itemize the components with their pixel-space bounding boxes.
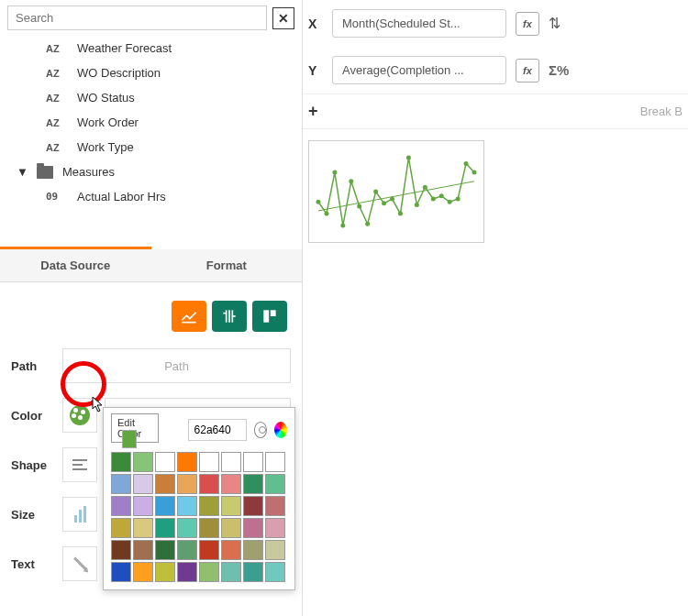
color-swatch[interactable] bbox=[243, 452, 263, 472]
tab-format[interactable]: Format bbox=[151, 249, 303, 281]
color-swatch[interactable] bbox=[265, 452, 285, 472]
bars-icon bbox=[74, 506, 86, 522]
color-swatch[interactable] bbox=[243, 474, 263, 494]
size-picker-button[interactable] bbox=[62, 497, 97, 532]
color-swatch[interactable] bbox=[199, 452, 219, 472]
svg-rect-4 bbox=[271, 310, 276, 316]
color-swatch[interactable] bbox=[133, 562, 153, 582]
color-swatch[interactable] bbox=[243, 518, 263, 538]
color-swatch[interactable] bbox=[155, 518, 175, 538]
color-swatch[interactable] bbox=[177, 540, 197, 560]
color-swatch[interactable] bbox=[155, 562, 175, 582]
color-swatch[interactable] bbox=[221, 562, 241, 582]
y-fx-button[interactable]: fx bbox=[516, 59, 539, 82]
field-tree[interactable]: AZWeather Forecast AZWO Description AZWO… bbox=[0, 36, 302, 247]
x-axis-pill[interactable]: Month(Scheduled St... bbox=[332, 9, 506, 38]
layout-button-1[interactable] bbox=[212, 301, 247, 332]
svg-point-9 bbox=[349, 179, 353, 183]
palette-icon bbox=[70, 405, 90, 425]
tree-item-label: Work Order bbox=[77, 116, 139, 129]
color-swatch[interactable] bbox=[199, 562, 219, 582]
color-swatch[interactable] bbox=[177, 474, 197, 494]
color-swatch[interactable] bbox=[199, 518, 219, 538]
tree-item[interactable]: AZWork Type bbox=[7, 135, 302, 160]
svg-point-22 bbox=[456, 197, 461, 202]
text-picker-button[interactable] bbox=[62, 546, 97, 581]
color-swatch[interactable] bbox=[111, 518, 131, 538]
tab-data-source[interactable]: Data Source bbox=[0, 249, 151, 281]
color-swatch[interactable] bbox=[265, 474, 285, 494]
color-swatch[interactable] bbox=[133, 540, 153, 560]
color-swatch[interactable] bbox=[221, 518, 241, 538]
line-chart-icon bbox=[180, 307, 198, 325]
split-icon bbox=[261, 307, 279, 325]
color-swatch[interactable] bbox=[265, 496, 285, 516]
svg-rect-3 bbox=[263, 310, 269, 322]
color-swatch[interactable] bbox=[111, 540, 131, 560]
color-swatch[interactable] bbox=[221, 540, 241, 560]
color-swatch[interactable] bbox=[265, 562, 285, 582]
color-swatch[interactable] bbox=[111, 496, 131, 516]
color-swatch[interactable] bbox=[199, 474, 219, 494]
hex-input[interactable] bbox=[188, 419, 247, 441]
size-label: Size bbox=[11, 508, 55, 522]
layout-button-2[interactable] bbox=[252, 301, 287, 332]
tree-item[interactable]: AZWork Order bbox=[7, 110, 302, 135]
color-swatch[interactable] bbox=[111, 562, 131, 582]
break-by-placeholder[interactable]: Break B bbox=[332, 104, 682, 118]
color-swatch[interactable] bbox=[155, 474, 175, 494]
current-color-swatch[interactable] bbox=[122, 430, 137, 448]
color-swatch[interactable] bbox=[243, 540, 263, 560]
svg-point-13 bbox=[382, 201, 386, 205]
color-swatch[interactable] bbox=[133, 452, 153, 472]
tree-item[interactable]: AZWeather Forecast bbox=[7, 36, 302, 60]
tree-item[interactable]: AZWO Description bbox=[7, 60, 302, 85]
color-swatch[interactable] bbox=[177, 518, 197, 538]
color-swatch[interactable] bbox=[177, 452, 197, 472]
path-drop-zone[interactable]: Path bbox=[62, 348, 291, 383]
tree-folder-measures[interactable]: ▼ Measures bbox=[7, 160, 302, 184]
search-input[interactable] bbox=[7, 6, 267, 30]
color-swatch[interactable] bbox=[133, 474, 153, 494]
svg-point-11 bbox=[365, 222, 370, 226]
color-swatch[interactable] bbox=[265, 518, 285, 538]
color-target-icon[interactable] bbox=[254, 422, 267, 438]
color-swatch[interactable] bbox=[111, 452, 131, 472]
x-fx-button[interactable]: fx bbox=[516, 12, 539, 36]
color-label: Color bbox=[11, 409, 55, 423]
color-swatch[interactable] bbox=[243, 562, 263, 582]
color-swatch[interactable] bbox=[177, 562, 197, 582]
color-swatch[interactable] bbox=[243, 496, 263, 516]
tree-item[interactable]: AZWO Status bbox=[7, 85, 302, 110]
y-axis-pill[interactable]: Average(Completion ... bbox=[332, 56, 506, 84]
color-swatch[interactable] bbox=[155, 452, 175, 472]
color-swatch[interactable] bbox=[199, 540, 219, 560]
color-swatch[interactable] bbox=[199, 496, 219, 516]
color-swatch[interactable] bbox=[221, 452, 241, 472]
color-wheel-icon[interactable] bbox=[274, 422, 287, 438]
color-swatch[interactable] bbox=[133, 496, 153, 516]
folder-label: Measures bbox=[62, 165, 115, 179]
color-swatch[interactable] bbox=[155, 496, 175, 516]
text-type-icon: AZ bbox=[46, 117, 68, 128]
svg-point-20 bbox=[439, 193, 444, 198]
y-axis-label: Y bbox=[308, 63, 323, 78]
aggregate-button[interactable]: Σ% bbox=[549, 62, 569, 78]
chart-preview[interactable] bbox=[308, 140, 484, 243]
color-swatch[interactable] bbox=[133, 518, 153, 538]
color-picker-button[interactable] bbox=[62, 398, 97, 433]
chart-type-button[interactable] bbox=[172, 301, 206, 332]
color-swatch[interactable] bbox=[221, 474, 241, 494]
clear-search-button[interactable]: ✕ bbox=[272, 7, 294, 29]
svg-point-19 bbox=[431, 197, 436, 202]
color-swatch[interactable] bbox=[111, 474, 131, 494]
color-swatch[interactable] bbox=[177, 496, 197, 516]
color-swatch[interactable] bbox=[155, 540, 175, 560]
color-swatch[interactable] bbox=[265, 540, 285, 560]
add-axis-button[interactable]: + bbox=[308, 102, 323, 121]
path-label: Path bbox=[11, 359, 55, 373]
shape-picker-button[interactable] bbox=[62, 447, 97, 482]
tree-item[interactable]: 09Actual Labor Hrs bbox=[7, 184, 302, 209]
color-swatch[interactable] bbox=[221, 496, 241, 516]
sort-button[interactable]: ⇅ bbox=[549, 15, 560, 32]
